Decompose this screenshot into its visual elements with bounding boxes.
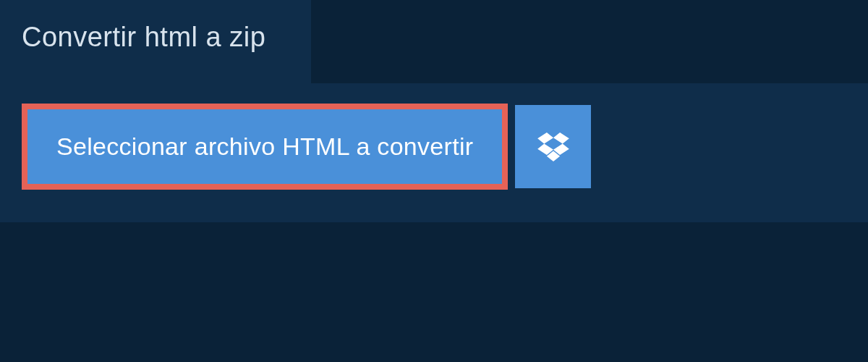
background-spacer (311, 0, 868, 83)
tab-title: Convertir html a zip (22, 22, 265, 53)
dropbox-icon (537, 132, 569, 161)
select-file-button[interactable]: Seleccionar archivo HTML a convertir (22, 104, 508, 190)
dropbox-button[interactable] (515, 105, 591, 188)
content-area: Seleccionar archivo HTML a convertir (0, 71, 868, 222)
converter-panel: Convertir html a zip Seleccionar archivo… (0, 0, 868, 222)
tab[interactable]: Convertir html a zip (0, 0, 298, 71)
